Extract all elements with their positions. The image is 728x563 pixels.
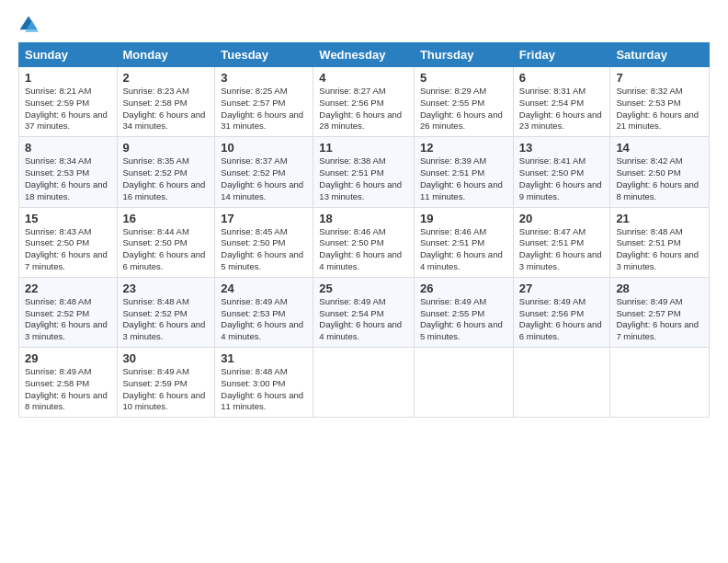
calendar-day-cell: 27Sunrise: 8:49 AMSunset: 2:56 PMDayligh… bbox=[513, 277, 610, 347]
day-info: Sunrise: 8:48 AMSunset: 2:52 PMDaylight:… bbox=[123, 296, 210, 343]
logo bbox=[18, 15, 40, 35]
day-number: 2 bbox=[123, 71, 210, 85]
weekday-header-row: SundayMondayTuesdayWednesdayThursdayFrid… bbox=[19, 43, 710, 67]
day-info: Sunrise: 8:49 AMSunset: 2:54 PMDaylight:… bbox=[319, 296, 408, 343]
day-info: Sunrise: 8:44 AMSunset: 2:50 PMDaylight:… bbox=[123, 226, 210, 273]
calendar-day-cell: 2Sunrise: 8:23 AMSunset: 2:58 PMDaylight… bbox=[117, 67, 215, 137]
calendar-day-cell: 9Sunrise: 8:35 AMSunset: 2:52 PMDaylight… bbox=[117, 137, 215, 207]
day-info: Sunrise: 8:49 AMSunset: 2:59 PMDaylight:… bbox=[123, 366, 210, 413]
weekday-header-tuesday: Tuesday bbox=[215, 43, 313, 67]
day-number: 24 bbox=[221, 282, 307, 295]
calendar-day-cell: 15Sunrise: 8:43 AMSunset: 2:50 PMDayligh… bbox=[19, 207, 118, 277]
calendar-day-cell: 20Sunrise: 8:47 AMSunset: 2:51 PMDayligh… bbox=[513, 207, 610, 277]
day-info: Sunrise: 8:35 AMSunset: 2:52 PMDaylight:… bbox=[123, 155, 210, 202]
calendar-day-cell: 28Sunrise: 8:49 AMSunset: 2:57 PMDayligh… bbox=[610, 277, 710, 347]
day-info: Sunrise: 8:43 AMSunset: 2:50 PMDaylight:… bbox=[25, 226, 111, 273]
day-info: Sunrise: 8:49 AMSunset: 2:56 PMDaylight:… bbox=[519, 296, 605, 343]
day-number: 4 bbox=[319, 71, 408, 85]
day-info: Sunrise: 8:37 AMSunset: 2:52 PMDaylight:… bbox=[221, 155, 307, 202]
day-info: Sunrise: 8:49 AMSunset: 2:55 PMDaylight:… bbox=[420, 296, 507, 343]
weekday-header-monday: Monday bbox=[117, 43, 215, 67]
day-info: Sunrise: 8:49 AMSunset: 2:58 PMDaylight:… bbox=[25, 366, 111, 413]
weekday-header-wednesday: Wednesday bbox=[313, 43, 415, 67]
day-number: 5 bbox=[420, 71, 507, 85]
calendar-table: SundayMondayTuesdayWednesdayThursdayFrid… bbox=[18, 42, 710, 418]
logo-icon bbox=[18, 15, 39, 35]
calendar-day-cell: 30Sunrise: 8:49 AMSunset: 2:59 PMDayligh… bbox=[117, 348, 215, 418]
calendar-day-cell bbox=[414, 348, 513, 418]
calendar-day-cell: 31Sunrise: 8:48 AMSunset: 3:00 PMDayligh… bbox=[215, 348, 313, 418]
day-number: 23 bbox=[123, 282, 210, 295]
day-info: Sunrise: 8:48 AMSunset: 3:00 PMDaylight:… bbox=[221, 366, 307, 413]
day-info: Sunrise: 8:46 AMSunset: 2:51 PMDaylight:… bbox=[420, 226, 507, 273]
calendar-day-cell: 6Sunrise: 8:31 AMSunset: 2:54 PMDaylight… bbox=[513, 67, 610, 137]
calendar-day-cell: 10Sunrise: 8:37 AMSunset: 2:52 PMDayligh… bbox=[215, 137, 313, 207]
day-number: 18 bbox=[319, 212, 408, 225]
calendar-week-row: 22Sunrise: 8:48 AMSunset: 2:52 PMDayligh… bbox=[19, 277, 710, 347]
calendar-day-cell: 4Sunrise: 8:27 AMSunset: 2:56 PMDaylight… bbox=[313, 67, 415, 137]
day-number: 16 bbox=[123, 212, 210, 225]
calendar-body: 1Sunrise: 8:21 AMSunset: 2:59 PMDaylight… bbox=[19, 67, 710, 418]
day-info: Sunrise: 8:49 AMSunset: 2:53 PMDaylight:… bbox=[221, 296, 307, 343]
calendar-day-cell: 12Sunrise: 8:39 AMSunset: 2:51 PMDayligh… bbox=[414, 137, 513, 207]
day-number: 26 bbox=[420, 282, 507, 295]
day-info: Sunrise: 8:47 AMSunset: 2:51 PMDaylight:… bbox=[519, 226, 605, 273]
calendar-day-cell: 29Sunrise: 8:49 AMSunset: 2:58 PMDayligh… bbox=[19, 348, 118, 418]
day-number: 6 bbox=[519, 71, 605, 85]
day-info: Sunrise: 8:29 AMSunset: 2:55 PMDaylight:… bbox=[420, 86, 507, 132]
calendar-day-cell: 7Sunrise: 8:32 AMSunset: 2:53 PMDaylight… bbox=[610, 67, 710, 137]
calendar-day-cell: 11Sunrise: 8:38 AMSunset: 2:51 PMDayligh… bbox=[313, 137, 415, 207]
day-info: Sunrise: 8:49 AMSunset: 2:57 PMDaylight:… bbox=[616, 296, 703, 343]
calendar-week-row: 29Sunrise: 8:49 AMSunset: 2:58 PMDayligh… bbox=[19, 348, 710, 418]
day-number: 19 bbox=[420, 212, 507, 225]
day-number: 14 bbox=[616, 141, 703, 155]
calendar-day-cell: 5Sunrise: 8:29 AMSunset: 2:55 PMDaylight… bbox=[414, 67, 513, 137]
day-number: 29 bbox=[25, 351, 111, 365]
calendar-day-cell bbox=[610, 348, 710, 418]
day-info: Sunrise: 8:46 AMSunset: 2:50 PMDaylight:… bbox=[319, 226, 408, 273]
calendar-week-row: 1Sunrise: 8:21 AMSunset: 2:59 PMDaylight… bbox=[19, 67, 710, 137]
calendar-day-cell: 16Sunrise: 8:44 AMSunset: 2:50 PMDayligh… bbox=[117, 207, 215, 277]
day-number: 22 bbox=[25, 282, 111, 295]
day-number: 28 bbox=[616, 282, 703, 295]
day-number: 30 bbox=[123, 351, 210, 365]
day-number: 31 bbox=[221, 351, 307, 365]
day-number: 9 bbox=[123, 141, 210, 155]
day-info: Sunrise: 8:48 AMSunset: 2:52 PMDaylight:… bbox=[25, 296, 111, 343]
calendar-day-cell: 8Sunrise: 8:34 AMSunset: 2:53 PMDaylight… bbox=[19, 137, 118, 207]
day-info: Sunrise: 8:31 AMSunset: 2:54 PMDaylight:… bbox=[519, 86, 605, 132]
calendar-day-cell: 21Sunrise: 8:48 AMSunset: 2:51 PMDayligh… bbox=[610, 207, 710, 277]
calendar-day-cell: 25Sunrise: 8:49 AMSunset: 2:54 PMDayligh… bbox=[313, 277, 415, 347]
day-number: 25 bbox=[319, 282, 408, 295]
day-info: Sunrise: 8:21 AMSunset: 2:59 PMDaylight:… bbox=[25, 86, 111, 132]
day-info: Sunrise: 8:23 AMSunset: 2:58 PMDaylight:… bbox=[123, 86, 210, 132]
day-number: 17 bbox=[221, 212, 307, 225]
day-number: 1 bbox=[25, 71, 111, 85]
day-number: 15 bbox=[25, 212, 111, 225]
day-number: 21 bbox=[616, 212, 703, 225]
weekday-header-saturday: Saturday bbox=[610, 43, 710, 67]
day-info: Sunrise: 8:27 AMSunset: 2:56 PMDaylight:… bbox=[319, 86, 408, 132]
calendar-week-row: 8Sunrise: 8:34 AMSunset: 2:53 PMDaylight… bbox=[19, 137, 710, 207]
day-info: Sunrise: 8:34 AMSunset: 2:53 PMDaylight:… bbox=[25, 155, 111, 202]
weekday-header-sunday: Sunday bbox=[19, 43, 118, 67]
calendar-day-cell: 3Sunrise: 8:25 AMSunset: 2:57 PMDaylight… bbox=[215, 67, 313, 137]
day-number: 10 bbox=[221, 141, 307, 155]
day-number: 11 bbox=[319, 141, 408, 155]
calendar-day-cell: 26Sunrise: 8:49 AMSunset: 2:55 PMDayligh… bbox=[414, 277, 513, 347]
day-info: Sunrise: 8:39 AMSunset: 2:51 PMDaylight:… bbox=[420, 155, 507, 202]
weekday-header-friday: Friday bbox=[513, 43, 610, 67]
day-info: Sunrise: 8:41 AMSunset: 2:50 PMDaylight:… bbox=[519, 155, 605, 202]
calendar-day-cell: 23Sunrise: 8:48 AMSunset: 2:52 PMDayligh… bbox=[117, 277, 215, 347]
day-info: Sunrise: 8:42 AMSunset: 2:50 PMDaylight:… bbox=[616, 155, 703, 202]
calendar-day-cell: 19Sunrise: 8:46 AMSunset: 2:51 PMDayligh… bbox=[414, 207, 513, 277]
day-number: 12 bbox=[420, 141, 507, 155]
day-info: Sunrise: 8:38 AMSunset: 2:51 PMDaylight:… bbox=[319, 155, 408, 202]
calendar-day-cell: 17Sunrise: 8:45 AMSunset: 2:50 PMDayligh… bbox=[215, 207, 313, 277]
calendar-header: SundayMondayTuesdayWednesdayThursdayFrid… bbox=[19, 43, 710, 67]
day-number: 13 bbox=[519, 141, 605, 155]
day-info: Sunrise: 8:45 AMSunset: 2:50 PMDaylight:… bbox=[221, 226, 307, 273]
day-info: Sunrise: 8:48 AMSunset: 2:51 PMDaylight:… bbox=[616, 226, 703, 273]
day-info: Sunrise: 8:25 AMSunset: 2:57 PMDaylight:… bbox=[221, 86, 307, 132]
calendar-day-cell: 14Sunrise: 8:42 AMSunset: 2:50 PMDayligh… bbox=[610, 137, 710, 207]
